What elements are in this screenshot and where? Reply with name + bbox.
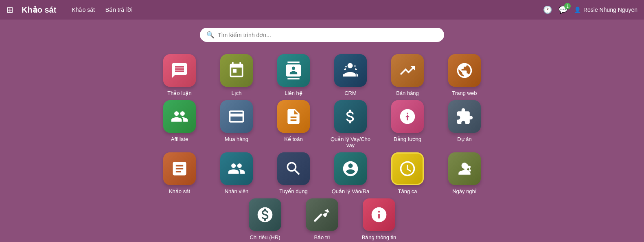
tang-ca-label: Tăng ca	[398, 188, 417, 194]
search-container: 🔍	[0, 20, 644, 46]
chi-tieu-hr-icon	[249, 198, 281, 231]
topbar: ⊞ Khảo sát Khảo sát Bản trả lời 🕐 💬 1 👤 …	[0, 0, 644, 20]
ban-hang-label: Bán hàng	[396, 90, 419, 96]
bao-tri-icon	[306, 198, 338, 231]
nav-ban-tra-loi[interactable]: Bản trả lời	[102, 5, 136, 15]
trang-web-icon	[448, 54, 481, 87]
lien-he-label: Liên hệ	[285, 90, 302, 96]
tang-ca-icon	[391, 152, 424, 185]
app-du-an[interactable]: Dự án	[442, 100, 487, 148]
mua-hang-label: Mua hàng	[225, 136, 248, 142]
app-row-4: Chi tiêu (HR) Bảo trì Bảng thông tin	[243, 198, 401, 240]
bang-luong-label: Bảng lương	[394, 136, 421, 142]
topbar-right: 🕐 💬 1 👤 Rosie Nhung Nguyen	[543, 5, 637, 14]
app-tuyen-dung[interactable]: Tuyển dụng	[271, 152, 316, 194]
search-input[interactable]	[218, 32, 438, 38]
bang-luong-icon	[391, 100, 424, 133]
app-trang-web[interactable]: Trang web	[442, 54, 487, 96]
clock-icon[interactable]: 🕐	[543, 5, 552, 14]
chi-tieu-hr-label: Chi tiêu (HR)	[250, 234, 280, 240]
bao-tri-label: Bảo trì	[314, 234, 330, 240]
user-avatar-icon: 👤	[574, 7, 581, 13]
app-ban-hang[interactable]: Bán hàng	[385, 54, 430, 96]
chat-badge: 1	[564, 3, 571, 9]
app-thao-luan[interactable]: Thảo luận	[157, 54, 202, 96]
ban-hang-icon	[391, 54, 424, 87]
app-row-3: Khảo sát Nhân viên Tuyển dụng Quản lý Và…	[157, 152, 487, 194]
app-nhan-vien[interactable]: Nhân viên	[214, 152, 259, 194]
lich-icon	[220, 54, 253, 87]
search-box: 🔍	[200, 28, 444, 42]
grid-menu-icon[interactable]: ⊞	[7, 5, 13, 15]
app-bang-thong-tin[interactable]: Bảng thông tin	[357, 198, 401, 240]
app-ke-toan[interactable]: Kế toán	[271, 100, 316, 148]
user-name: Rosie Nhung Nguyen	[583, 7, 637, 13]
lien-he-icon	[277, 54, 310, 87]
app-ngay-nghi[interactable]: Ngày nghỉ	[442, 152, 487, 194]
app-chi-tieu-hr[interactable]: Chi tiêu (HR)	[243, 198, 287, 240]
khao-sat-label: Khảo sát	[169, 188, 190, 194]
tuyen-dung-label: Tuyển dụng	[279, 188, 308, 194]
thao-luan-label: Thảo luận	[167, 90, 191, 96]
user-menu[interactable]: 👤 Rosie Nhung Nguyen	[574, 7, 637, 13]
app-lich[interactable]: Lịch	[214, 54, 259, 96]
bang-thong-tin-label: Bảng thông tin	[362, 234, 396, 240]
topbar-nav: Khảo sát Bản trả lời	[68, 5, 136, 15]
nav-khao-sat[interactable]: Khảo sát	[68, 5, 98, 15]
app-title: Khảo sát	[22, 5, 56, 15]
ngay-nghi-icon	[448, 152, 481, 185]
app-crm[interactable]: CRM	[328, 54, 373, 96]
quan-ly-vay-icon	[334, 100, 367, 133]
app-quan-ly-vao-ra[interactable]: Quản lý Vào/Ra	[328, 152, 373, 194]
app-lien-he[interactable]: Liên hệ	[271, 54, 316, 96]
thao-luan-icon	[163, 54, 196, 87]
app-bao-tri[interactable]: Bảo trì	[300, 198, 344, 240]
mua-hang-icon	[220, 100, 253, 133]
crm-icon	[334, 54, 367, 87]
du-an-label: Dự án	[457, 136, 471, 142]
search-icon: 🔍	[206, 31, 215, 39]
crm-label: CRM	[344, 90, 357, 96]
app-bang-luong[interactable]: Bảng lương	[385, 100, 430, 148]
app-row-1: Thảo luận Lịch Liên hệ CRM Bán hàng	[157, 54, 487, 96]
tuyen-dung-icon	[277, 152, 310, 185]
nhan-vien-icon	[220, 152, 253, 185]
quan-ly-vay-label: Quản lý Vay/Cho vay	[328, 136, 373, 148]
ke-toan-icon	[277, 100, 310, 133]
app-quan-ly-vay[interactable]: Quản lý Vay/Cho vay	[328, 100, 373, 148]
app-mua-hang[interactable]: Mua hàng	[214, 100, 259, 148]
ngay-nghi-label: Ngày nghỉ	[452, 188, 477, 194]
quan-ly-vao-ra-label: Quản lý Vào/Ra	[332, 188, 370, 194]
trang-web-label: Trang web	[452, 90, 477, 96]
nhan-vien-label: Nhân viên	[225, 188, 249, 194]
lich-label: Lịch	[232, 90, 242, 96]
khao-sat-icon	[163, 152, 196, 185]
app-row-2: Affiliate Mua hàng Kế toán Quản lý Vay/C…	[157, 100, 487, 148]
bang-thong-tin-icon	[363, 198, 395, 231]
affiliate-icon	[163, 100, 196, 133]
affiliate-label: Affiliate	[171, 136, 188, 142]
app-affiliate[interactable]: Affiliate	[157, 100, 202, 148]
du-an-icon	[448, 100, 481, 133]
quan-ly-vao-ra-icon	[334, 152, 367, 185]
app-tang-ca[interactable]: Tăng ca	[385, 152, 430, 194]
app-khao-sat[interactable]: Khảo sát	[157, 152, 202, 194]
ke-toan-label: Kế toán	[284, 136, 303, 142]
app-grid: Thảo luận Lịch Liên hệ CRM Bán hàng	[0, 46, 644, 242]
chat-icon[interactable]: 💬 1	[559, 5, 567, 14]
